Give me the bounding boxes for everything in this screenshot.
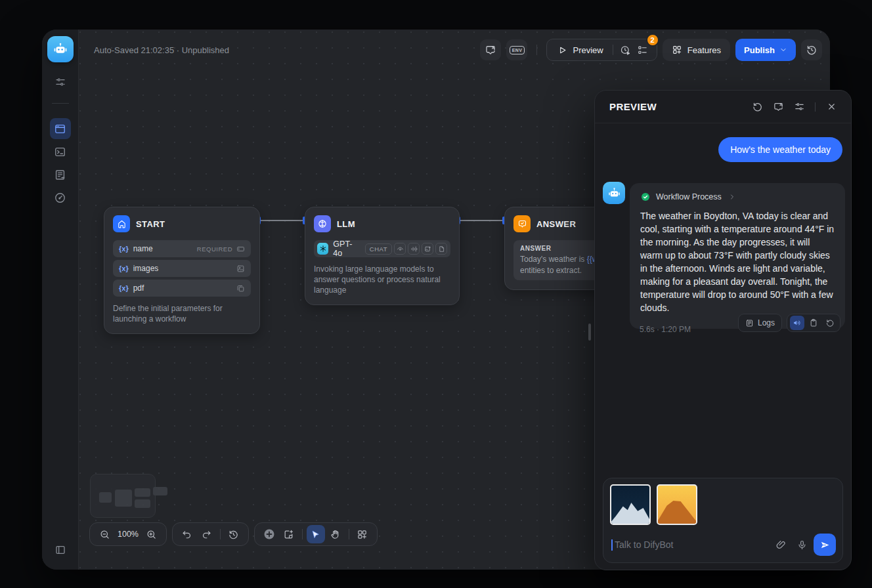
pointer-mode-button[interactable] — [307, 525, 325, 543]
openai-glyph — [319, 245, 327, 253]
attached-images — [610, 484, 836, 525]
zoom-group: 100% — [89, 522, 167, 546]
clock-play-icon — [620, 45, 631, 56]
chevron-down-icon — [779, 46, 787, 54]
llm-brain-icon — [317, 219, 328, 229]
node-description: Define the initial parameters for launch… — [113, 303, 251, 324]
image-file-icon — [236, 264, 245, 273]
zoom-in-icon — [146, 529, 157, 540]
environment-variables-button[interactable]: ENV — [506, 39, 527, 60]
answer-node-icon — [513, 215, 531, 232]
required-tag: REQUIRED — [197, 245, 232, 253]
window-icon — [54, 123, 66, 135]
chat-edit-icon — [485, 44, 496, 56]
checklist-icon — [637, 45, 648, 56]
chat-clear-icon — [773, 101, 784, 112]
mountain-graphic — [610, 500, 651, 525]
workflow-process-label: Workflow Process — [656, 192, 722, 201]
sidebar-item-monitoring[interactable] — [50, 187, 71, 208]
play-icon — [557, 45, 567, 55]
env-icon: ENV — [510, 46, 524, 54]
user-message-bubble: How's the weather today — [718, 137, 842, 162]
node-title: START — [136, 219, 165, 229]
canvas-scrollbar[interactable] — [588, 324, 591, 341]
publish-button[interactable]: Publish — [735, 39, 796, 61]
organize-nodes-button[interactable] — [353, 525, 372, 543]
zoom-in-button[interactable] — [142, 525, 161, 543]
field-label: pdf — [133, 284, 144, 293]
openai-icon — [317, 243, 328, 255]
collapse-sidebar-button[interactable] — [50, 539, 71, 560]
clear-chat-button[interactable] — [770, 98, 787, 116]
logs-button[interactable]: Logs — [738, 314, 782, 332]
toolbar-divider — [220, 529, 221, 539]
gauge-icon — [54, 192, 66, 204]
add-node-button[interactable] — [260, 525, 278, 543]
minimap[interactable] — [90, 474, 156, 518]
home-icon — [117, 219, 127, 229]
copy-message-button[interactable] — [806, 316, 821, 330]
undo-button[interactable] — [178, 525, 196, 543]
workflow-process-toggle[interactable]: Workflow Process — [640, 192, 835, 202]
success-check-icon — [640, 192, 651, 202]
preview-button[interactable]: Preview — [552, 45, 608, 55]
run-history-button[interactable] — [617, 41, 634, 58]
history-icon — [228, 529, 239, 540]
variable-token: {x} — [119, 245, 129, 253]
start-field-images[interactable]: {x} images — [113, 260, 251, 277]
attachment-thumbnail-mountain-sunset[interactable] — [657, 484, 697, 525]
vision-capability-icon — [394, 243, 406, 255]
publish-button-label: Publish — [744, 45, 775, 55]
zoom-out-button[interactable] — [95, 525, 114, 543]
text-to-speech-button[interactable] — [790, 316, 804, 330]
image-plus-icon — [424, 245, 431, 253]
field-label: images — [133, 264, 159, 273]
annotation-button[interactable] — [480, 39, 501, 60]
version-history-button[interactable] — [801, 39, 822, 60]
start-field-name[interactable]: {x} name REQUIRED — [113, 240, 251, 257]
sidebar-item-orchestrate[interactable] — [50, 118, 71, 139]
llm-node-icon — [314, 215, 331, 232]
variable-token: {x} — [119, 264, 129, 272]
preview-button-label: Preview — [573, 45, 603, 55]
restart-conversation-button[interactable] — [749, 98, 766, 116]
node-start[interactable]: START {x} name REQUIRED {x} images {x} p — [104, 207, 260, 334]
autosave-status: Auto-Saved 21:02:35 · Unpublished — [94, 45, 229, 55]
group-divider — [613, 45, 613, 55]
attach-file-button[interactable] — [775, 539, 787, 551]
panel-collapse-icon — [54, 544, 66, 556]
model-selector[interactable]: GPT-4o CHAT — [314, 240, 450, 257]
minimap-node — [135, 488, 150, 497]
start-field-pdf[interactable]: {x} pdf — [113, 280, 251, 297]
zoom-out-icon — [99, 529, 110, 540]
hand-mode-button[interactable] — [326, 525, 345, 543]
chat-settings-button[interactable] — [791, 98, 808, 116]
header-divider — [815, 102, 816, 112]
add-note-button[interactable] — [280, 525, 298, 543]
paperclip-icon — [775, 539, 787, 551]
sidebar-item-terminal[interactable] — [50, 141, 71, 162]
close-preview-button[interactable] — [823, 98, 840, 116]
robot-icon — [53, 41, 68, 57]
eye-icon — [397, 245, 404, 253]
sidebar-item-logs[interactable] — [50, 164, 71, 185]
clipboard-icon — [809, 318, 818, 327]
workflow-settings-button[interactable] — [50, 72, 71, 93]
run-group: Preview 2 — [546, 39, 657, 61]
change-history-button[interactable] — [225, 525, 243, 543]
regenerate-button[interactable] — [823, 316, 837, 330]
redo-button[interactable] — [198, 525, 216, 543]
log-file-icon — [54, 169, 66, 181]
send-button[interactable] — [814, 534, 836, 556]
app-logo[interactable] — [47, 36, 74, 62]
features-button[interactable]: Features — [663, 39, 730, 61]
toolbar-divider — [349, 529, 349, 539]
node-llm[interactable]: LLM GPT-4o CHAT — [305, 207, 460, 305]
zoom-level[interactable]: 100% — [115, 530, 141, 539]
chat-input[interactable] — [615, 539, 775, 550]
answer-text: Today's weather is — [520, 255, 587, 264]
minimap-node — [115, 490, 132, 507]
attachment-thumbnail-mountain-night[interactable] — [610, 484, 651, 525]
terminal-icon — [54, 146, 66, 158]
voice-input-button[interactable] — [796, 539, 808, 551]
